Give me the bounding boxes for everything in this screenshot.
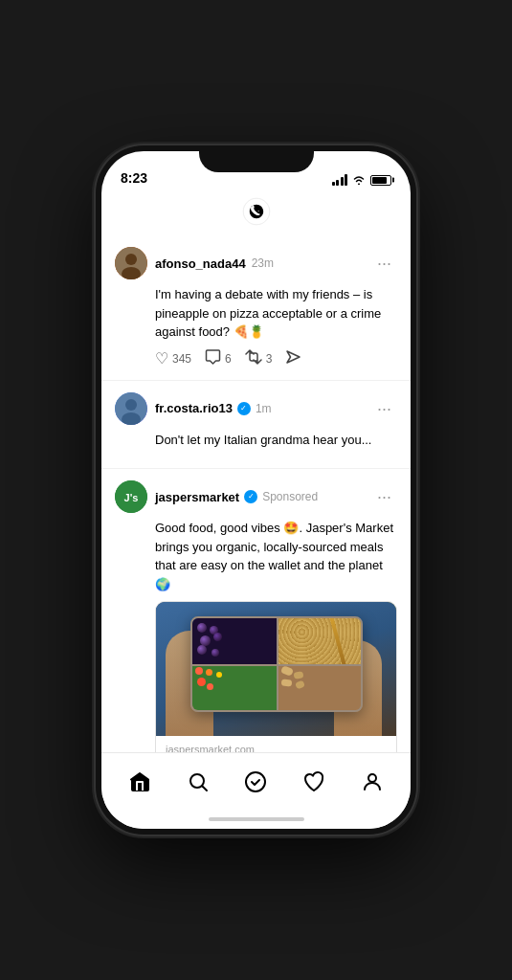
username-afonso: afonso_nada44 [155,256,246,271]
svg-text:J's: J's [124,492,139,503]
post-content-frcosta: Don't let my Italian grandma hear you... [155,431,397,450]
signal-bars-icon [332,174,348,186]
post-meta-jaspers: jaspersmarket ✓ Sponsored [155,490,318,504]
avatar-afonso [115,247,147,279]
post-header-left-frcosta: fr.costa.rio13 ✓ 1m [115,392,272,425]
home-indicator [101,810,411,829]
svg-point-13 [246,772,265,791]
nav-compose[interactable] [236,763,275,801]
post-header-left-jaspers: J's jaspersmarket ✓ Sponsored [115,480,318,513]
repost-count-afonso: 3 [266,352,273,366]
post-header-left: afonso_nada44 23m [115,247,274,279]
search-icon [187,770,210,793]
verified-badge-frcosta: ✓ [237,402,251,415]
svg-point-14 [368,774,376,782]
heart-icon-afonso: ♡ [155,349,168,368]
action-bar-afonso: ♡ 345 6 [155,349,397,368]
battery-icon [370,175,391,186]
ad-card-jaspers[interactable]: jaspersmarket.com Jasper's Market · Orga… [155,601,397,752]
post-afonso: afonso_nada44 23m ··· I'm having a debat… [101,235,411,381]
ad-image-jaspers [156,602,396,736]
time-frcosta: 1m [256,402,272,415]
post-content-jaspers: Good food, good vibes 🤩. Jasper's Market… [155,519,397,752]
svg-point-1 [125,254,137,265]
post-jaspers: J's jaspersmarket ✓ Sponsored [101,469,411,752]
phone-frame: 8:23 [96,145,416,835]
username-frcosta: fr.costa.rio13 [155,401,233,415]
threads-logo-icon [242,197,271,226]
send-button-afonso[interactable] [285,349,301,368]
like-button-afonso[interactable]: ♡ 345 [155,349,191,368]
verified-badge-jaspers: ✓ [244,490,257,503]
status-icons [332,174,392,186]
nav-search[interactable] [179,763,217,801]
avatar-frcosta [115,392,147,425]
bottom-nav [101,752,411,810]
phone-screen: 8:23 [101,151,411,829]
post-header-jaspers: J's jaspersmarket ✓ Sponsored [115,480,397,513]
heart-nav-icon [302,770,325,793]
more-button-jaspers[interactable]: ··· [371,486,397,507]
sponsored-label: Sponsored [262,490,318,503]
send-icon-afonso [285,349,301,368]
more-button-afonso[interactable]: ··· [371,253,397,274]
like-count-afonso: 345 [172,352,191,366]
post-header-afonso: afonso_nada44 23m ··· [115,247,397,279]
post-text-afonso: I'm having a debate with my friends – is… [155,285,397,342]
nav-profile[interactable] [353,763,391,801]
nav-home[interactable] [121,763,159,801]
wifi-icon [352,175,366,185]
avatar-jaspers: J's [115,480,147,513]
ad-domain: jaspersmarket.com [166,744,387,752]
post-frcosta: fr.costa.rio13 ✓ 1m ··· Don't let my Ita… [101,381,411,470]
time-afonso: 23m [252,256,274,270]
svg-point-4 [125,399,137,411]
comment-button-afonso[interactable]: 6 [205,349,232,368]
post-header-frcosta: fr.costa.rio13 ✓ 1m ··· [115,392,397,425]
notch [199,145,314,172]
post-text-jaspers: Good food, good vibes 🤩. Jasper's Market… [155,519,397,593]
more-button-frcosta[interactable]: ··· [371,398,397,419]
compose-icon [244,770,267,793]
nav-activity[interactable] [295,763,333,801]
home-icon [128,770,151,793]
repost-button-afonso[interactable]: 3 [245,349,273,368]
home-indicator-bar [209,817,304,821]
username-jaspers: jaspersmarket [155,490,239,504]
app-header [101,191,411,235]
comment-icon-afonso [205,349,221,368]
post-text-frcosta: Don't let my Italian grandma hear you... [155,431,397,450]
person-icon [361,770,384,793]
status-time: 8:23 [121,170,147,186]
repost-icon-afonso [245,349,262,368]
comment-count-afonso: 6 [225,352,232,366]
post-meta-frcosta: fr.costa.rio13 ✓ 1m [155,401,272,415]
post-content-afonso: I'm having a debate with my friends – is… [155,285,397,368]
post-meta-afonso: afonso_nada44 23m [155,256,274,271]
feed[interactable]: afonso_nada44 23m ··· I'm having a debat… [101,235,411,752]
ad-info-jaspers[interactable]: jaspersmarket.com Jasper's Market · Orga… [156,736,396,752]
